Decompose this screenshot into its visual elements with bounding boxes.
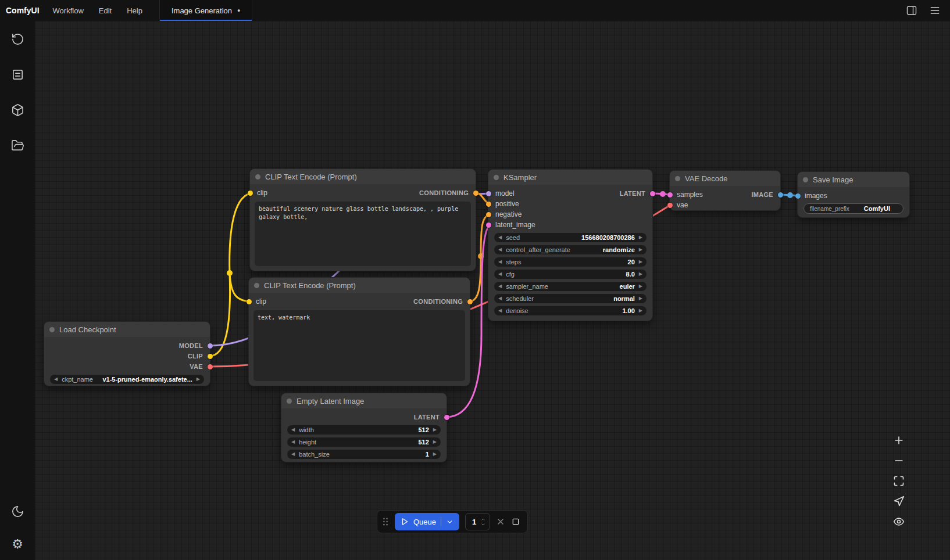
panel-toggle-icon[interactable] bbox=[906, 5, 917, 16]
collapse-dot[interactable] bbox=[287, 399, 292, 404]
increment-arrow-icon[interactable]: ▶ bbox=[639, 260, 642, 264]
node-header[interactable]: Empty Latent Image bbox=[281, 393, 447, 408]
widget-denoise[interactable]: ◀ denoise 1.00 ▶ bbox=[494, 306, 647, 315]
toggle-visibility-eye-icon[interactable] bbox=[893, 516, 905, 527]
latent-image-input-slot[interactable] bbox=[486, 222, 491, 228]
prompt-text-area[interactable]: text, watermark bbox=[253, 310, 465, 381]
decrement-arrow-icon[interactable]: ◀ bbox=[291, 440, 295, 444]
conditioning-output-slot[interactable] bbox=[467, 299, 473, 304]
model-input-slot[interactable] bbox=[486, 191, 491, 196]
collapse-dot[interactable] bbox=[254, 283, 259, 288]
samples-input-slot[interactable] bbox=[667, 192, 673, 198]
stop-icon[interactable] bbox=[511, 517, 520, 526]
decrement-arrow-icon[interactable]: ◀ bbox=[54, 377, 58, 382]
prompt-text-area[interactable]: beautiful scenery nature glass bottle la… bbox=[255, 202, 471, 266]
select-mode-icon[interactable] bbox=[893, 496, 905, 507]
clip-output-slot[interactable] bbox=[208, 354, 213, 359]
node-clip-text-encode-negative[interactable]: CLIP Text Encode (Prompt) clip CONDITION… bbox=[249, 278, 470, 386]
increment-arrow-icon[interactable]: ▶ bbox=[639, 235, 642, 240]
theme-toggle-moon-icon[interactable] bbox=[11, 505, 24, 518]
chevron-up-icon[interactable] bbox=[480, 517, 486, 522]
node-header[interactable]: KSampler bbox=[488, 170, 652, 185]
chevron-down-icon[interactable] bbox=[446, 518, 453, 526]
decrement-arrow-icon[interactable]: ◀ bbox=[498, 235, 502, 240]
decrement-arrow-icon[interactable]: ◀ bbox=[498, 284, 502, 289]
menu-edit[interactable]: Edit bbox=[91, 0, 119, 21]
history-icon[interactable] bbox=[11, 33, 24, 46]
chevron-down-icon[interactable] bbox=[480, 522, 486, 527]
increment-arrow-icon[interactable]: ▶ bbox=[433, 452, 437, 457]
latent-output-slot[interactable] bbox=[650, 191, 655, 196]
queue-button[interactable]: Queue bbox=[395, 513, 459, 530]
node-header[interactable]: CLIP Text Encode (Prompt) bbox=[249, 278, 470, 293]
increment-arrow-icon[interactable]: ▶ bbox=[639, 284, 642, 289]
widget-height[interactable]: ◀ height 512 ▶ bbox=[287, 437, 441, 447]
widget-scheduler[interactable]: ◀ scheduler normal ▶ bbox=[494, 294, 647, 303]
decrement-arrow-icon[interactable]: ◀ bbox=[498, 296, 502, 301]
clear-queue-icon[interactable] bbox=[496, 517, 505, 526]
widget-cfg[interactable]: ◀ cfg 8.0 ▶ bbox=[494, 270, 647, 279]
increment-arrow-icon[interactable]: ▶ bbox=[433, 428, 437, 432]
collapse-dot[interactable] bbox=[255, 174, 260, 180]
negative-input-slot[interactable] bbox=[486, 212, 491, 217]
conditioning-output-slot[interactable] bbox=[473, 191, 478, 196]
collapse-dot[interactable] bbox=[494, 175, 499, 180]
widget-ckpt-name[interactable]: ◀ ckpt_name v1-5-pruned-emaonly.safete..… bbox=[50, 375, 204, 384]
model-output-slot[interactable] bbox=[208, 343, 213, 349]
node-header[interactable]: CLIP Text Encode (Prompt) bbox=[250, 169, 476, 184]
widget-filename-prefix[interactable]: filename_prefix ComfyUI bbox=[803, 203, 903, 214]
node-load-checkpoint[interactable]: Load Checkpoint MODEL CLIP VAE ◀ ckpt_na… bbox=[44, 322, 210, 386]
widget-control-after-generate[interactable]: ◀ control_after_generate randomize ▶ bbox=[494, 245, 647, 254]
collapse-dot[interactable] bbox=[675, 176, 680, 181]
node-vae-decode[interactable]: VAE Decode samples IMAGE vae bbox=[670, 171, 780, 210]
increment-arrow-icon[interactable]: ▶ bbox=[639, 272, 642, 277]
zoom-out-icon[interactable] bbox=[893, 455, 905, 466]
vae-output-slot[interactable] bbox=[208, 364, 213, 369]
node-clip-text-encode-positive[interactable]: CLIP Text Encode (Prompt) clip CONDITION… bbox=[250, 169, 476, 271]
model-library-icon[interactable] bbox=[11, 103, 24, 117]
images-input-slot[interactable] bbox=[795, 193, 801, 199]
node-save-image[interactable]: Save Image images filename_prefix ComfyU… bbox=[798, 172, 909, 217]
node-header[interactable]: Load Checkpoint bbox=[44, 322, 210, 337]
workflows-folder-icon[interactable] bbox=[11, 139, 24, 152]
fit-view-icon[interactable] bbox=[893, 475, 905, 487]
node-header[interactable]: VAE Decode bbox=[670, 171, 780, 186]
positive-input-slot[interactable] bbox=[486, 202, 491, 207]
increment-arrow-icon[interactable]: ▶ bbox=[639, 308, 642, 313]
menu-help[interactable]: Help bbox=[119, 0, 150, 21]
widget-batch-size[interactable]: ◀ batch_size 1 ▶ bbox=[287, 450, 441, 459]
widget-steps[interactable]: ◀ steps 20 ▶ bbox=[494, 257, 647, 267]
decrement-arrow-icon[interactable]: ◀ bbox=[498, 260, 502, 264]
settings-gear-icon[interactable]: ⚙ bbox=[12, 538, 23, 551]
collapse-dot[interactable] bbox=[803, 177, 808, 182]
clip-input-slot[interactable] bbox=[247, 299, 252, 304]
decrement-arrow-icon[interactable]: ◀ bbox=[498, 247, 502, 252]
decrement-arrow-icon[interactable]: ◀ bbox=[498, 308, 502, 313]
graph-canvas[interactable]: CLIP Text Encode (Prompt) clip CONDITION… bbox=[35, 21, 950, 560]
increment-arrow-icon[interactable]: ▶ bbox=[197, 377, 200, 382]
menu-workflow[interactable]: Workflow bbox=[45, 0, 91, 21]
widget-sampler-name[interactable]: ◀ sampler_name euler ▶ bbox=[494, 282, 647, 291]
decrement-arrow-icon[interactable]: ◀ bbox=[291, 428, 295, 432]
drag-handle[interactable] bbox=[382, 516, 389, 527]
batch-count-stepper[interactable]: 1 bbox=[465, 513, 490, 530]
vae-input-slot[interactable] bbox=[667, 203, 673, 208]
hamburger-menu-icon[interactable] bbox=[929, 5, 941, 16]
image-output-slot[interactable] bbox=[778, 192, 783, 198]
decrement-arrow-icon[interactable]: ◀ bbox=[498, 272, 502, 277]
increment-arrow-icon[interactable]: ▶ bbox=[433, 440, 437, 444]
queue-list-icon[interactable] bbox=[11, 68, 24, 81]
widget-width[interactable]: ◀ width 512 ▶ bbox=[287, 425, 441, 435]
decrement-arrow-icon[interactable]: ◀ bbox=[291, 452, 295, 457]
latent-output-slot[interactable] bbox=[444, 415, 449, 420]
tab-image-generation[interactable]: Image Generation ● bbox=[159, 0, 253, 21]
increment-arrow-icon[interactable]: ▶ bbox=[639, 247, 642, 252]
clip-input-slot[interactable] bbox=[248, 191, 253, 196]
node-ksampler[interactable]: KSampler model LATENT positive negative … bbox=[488, 170, 652, 321]
zoom-in-icon[interactable] bbox=[893, 435, 905, 446]
node-header[interactable]: Save Image bbox=[798, 172, 909, 187]
node-empty-latent-image[interactable]: Empty Latent Image LATENT ◀ width 512 ▶ … bbox=[281, 393, 447, 462]
widget-seed[interactable]: ◀ seed 156680208700286 ▶ bbox=[494, 233, 647, 242]
collapse-dot[interactable] bbox=[49, 327, 55, 332]
increment-arrow-icon[interactable]: ▶ bbox=[639, 296, 642, 301]
